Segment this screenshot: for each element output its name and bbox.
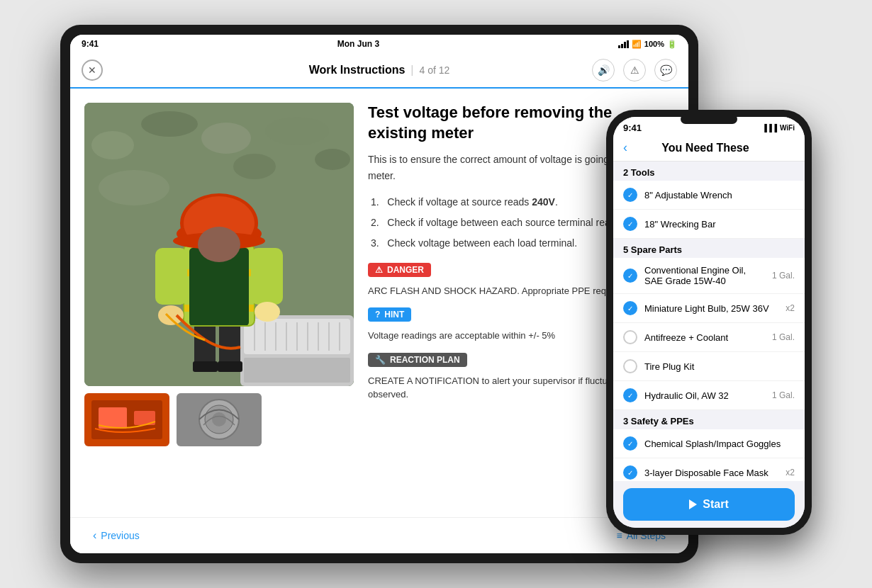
phone-wifi-icon: WiFi xyxy=(780,124,795,132)
check-icon-4: ✓ xyxy=(623,301,637,315)
empty-circle-2 xyxy=(623,359,637,373)
separator-icon: | xyxy=(410,64,413,77)
phone-back-button[interactable]: ‹ xyxy=(623,140,627,155)
part-1-qty: 1 Gal. xyxy=(772,271,795,281)
tablet-left-panel xyxy=(84,103,354,503)
svg-point-46 xyxy=(212,412,226,426)
check-icon-1: ✓ xyxy=(623,188,637,202)
tools-section-header: 2 Tools xyxy=(613,162,805,181)
start-label: Start xyxy=(703,498,728,511)
phone-status-icons: ▐▐▐ WiFi xyxy=(762,124,795,132)
tablet-footer: ‹ Previous ≡ All Steps xyxy=(70,517,688,553)
svg-point-1 xyxy=(91,131,134,159)
svg-rect-23 xyxy=(218,361,242,372)
ppe-2-qty: x2 xyxy=(786,468,795,477)
phone-signal-icon: ▐▐▐ xyxy=(762,124,777,132)
phone-footer: Start xyxy=(613,481,805,528)
tool-item-1: ✓ 8" Adjustable Wrench xyxy=(613,181,805,210)
audio-button[interactable]: 🔊 xyxy=(592,59,615,81)
close-button[interactable]: ✕ xyxy=(82,60,103,81)
svg-point-6 xyxy=(99,170,169,205)
nav-icons: 🔊 ⚠ 💬 xyxy=(592,59,677,81)
svg-point-2 xyxy=(141,111,198,137)
previous-label: Previous xyxy=(101,530,139,541)
signal-bars-icon xyxy=(618,40,629,48)
part-item-1: ✓ Conventional Engine Oil,SAE Grade 15W-… xyxy=(613,258,805,294)
hint-question-icon: ? xyxy=(375,310,380,320)
reaction-badge: 🔧 REACTION PLAN xyxy=(368,353,467,367)
step-counter: 4 of 12 xyxy=(420,64,450,76)
tablet-screen: 9:41 Mon Jun 3 📶 100% 🔋 ✕ Work Instruct xyxy=(70,35,688,553)
svg-rect-30 xyxy=(251,248,283,305)
check-icon-6: ✓ xyxy=(623,436,637,451)
tool-2-name: 18" Wrecking Bar xyxy=(644,219,795,230)
wrench-icon: 🔧 xyxy=(375,355,386,365)
title-area: Work Instructions | 4 of 12 xyxy=(309,64,450,77)
ppe-2-name: 3-layer Disposable Face Mask xyxy=(644,468,786,478)
svg-point-32 xyxy=(255,302,280,322)
chevron-left-icon: ‹ xyxy=(93,529,96,542)
thumbnail-1[interactable] xyxy=(84,393,169,446)
phone-body[interactable]: 2 Tools ✓ 8" Adjustable Wrench ✓ 18" Wre… xyxy=(613,162,805,481)
phone-status-bar: 9:41 ▐▐▐ WiFi xyxy=(613,117,805,136)
tablet-device: 9:41 Mon Jun 3 📶 100% 🔋 ✕ Work Instruct xyxy=(60,25,698,563)
svg-point-31 xyxy=(158,305,184,325)
part-item-5: ✓ Hydraulic Oil, AW 32 1 Gal. xyxy=(613,381,805,410)
ppe-item-1: ✓ Chemical Splash/Impact Goggles xyxy=(613,429,805,458)
phone-notch xyxy=(681,117,737,124)
part-5-qty: 1 Gal. xyxy=(772,390,795,400)
svg-rect-10 xyxy=(244,358,350,383)
svg-rect-22 xyxy=(193,361,218,372)
danger-triangle-icon: ⚠ xyxy=(375,265,383,275)
previous-button[interactable]: ‹ Previous xyxy=(84,525,148,546)
close-icon: ✕ xyxy=(88,64,96,76)
phone-device: 9:41 ▐▐▐ WiFi ‹ You Need These 2 Tools ✓… xyxy=(606,110,812,535)
speaker-icon: 🔊 xyxy=(598,64,610,76)
tablet-status-bar: 9:41 Mon Jun 3 📶 100% 🔋 xyxy=(70,35,688,53)
part-3-name: Antifreeze + Coolant xyxy=(644,332,772,343)
part-3-qty: 1 Gal. xyxy=(772,332,795,342)
part-4-name: Tire Plug Kit xyxy=(644,361,795,372)
tablet-time: 9:41 xyxy=(82,39,99,49)
tablet-content: Test voltage before removing the existin… xyxy=(70,89,688,517)
tool-item-2: ✓ 18" Wrecking Bar xyxy=(613,210,805,239)
ppe-1-name: Chemical Splash/Impact Goggles xyxy=(644,439,795,449)
start-button[interactable]: Start xyxy=(623,488,795,521)
spare-parts-section-header: 5 Spare Parts xyxy=(613,239,805,258)
ppe-item-2: ✓ 3-layer Disposable Face Mask x2 xyxy=(613,458,805,481)
svg-point-7 xyxy=(233,154,276,179)
part-5-name: Hydraulic Oil, AW 32 xyxy=(644,390,772,401)
battery-level: 100% xyxy=(644,40,664,48)
empty-circle-1 xyxy=(623,330,637,344)
part-2-qty: x2 xyxy=(786,303,795,313)
warning-button[interactable]: ⚠ xyxy=(623,59,646,81)
thumbnails xyxy=(84,393,354,446)
hint-label: HINT xyxy=(384,310,404,320)
check-icon-7: ✓ xyxy=(623,465,637,480)
main-image xyxy=(84,103,354,386)
comment-button[interactable]: 💬 xyxy=(654,59,677,81)
svg-point-5 xyxy=(315,149,350,170)
danger-badge: ⚠ DANGER xyxy=(368,263,431,277)
part-1-name: Conventional Engine Oil,SAE Grade 15W-40 xyxy=(644,265,772,286)
safety-section-header: 3 Safety & PPEs xyxy=(613,410,805,429)
phone-nav-title: You Need These xyxy=(633,142,778,154)
check-icon-2: ✓ xyxy=(623,217,637,231)
part-item-2: ✓ Miniature Light Bulb, 25W 36V x2 xyxy=(613,294,805,323)
part-2-name: Miniature Light Bulb, 25W 36V xyxy=(644,303,786,314)
svg-point-3 xyxy=(201,123,251,154)
svg-point-4 xyxy=(265,117,329,145)
comment-icon: 💬 xyxy=(660,64,672,76)
thumbnail-2[interactable] xyxy=(177,393,262,446)
hint-badge: ? HINT xyxy=(368,307,411,322)
tablet-date: Mon Jun 3 xyxy=(337,39,379,49)
part-item-3: Antifreeze + Coolant 1 Gal. xyxy=(613,323,805,352)
phone-time: 9:41 xyxy=(623,123,642,133)
check-icon-3: ✓ xyxy=(623,268,637,283)
tablet-nav-bar: ✕ Work Instructions | 4 of 12 🔊 ⚠ 💬 xyxy=(70,53,688,89)
svg-rect-38 xyxy=(211,241,228,251)
tablet-status-right: 📶 100% 🔋 xyxy=(618,40,677,49)
battery-icon: 🔋 xyxy=(667,40,677,49)
play-icon xyxy=(689,499,697,509)
warning-icon: ⚠ xyxy=(630,64,639,76)
